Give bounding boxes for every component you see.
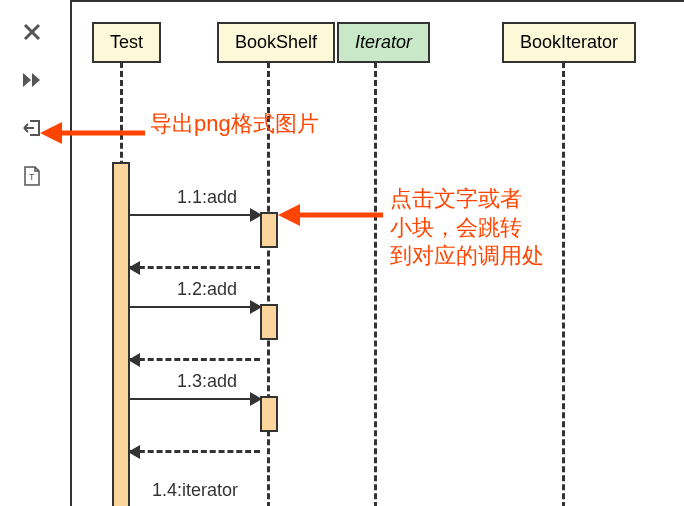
- lifeline-iterator-header[interactable]: Iterator: [337, 22, 430, 63]
- message-label-1-4[interactable]: 1.4:iterator: [152, 480, 238, 501]
- text-file-icon: T: [23, 166, 41, 186]
- fastforward-icon: [22, 72, 42, 88]
- svg-marker-2: [40, 122, 62, 144]
- message-label-1-2[interactable]: 1.2:add: [177, 279, 237, 300]
- fastforward-button[interactable]: [20, 68, 44, 92]
- annotation-arrow-click: [278, 200, 388, 230]
- return-arrow-1-2[interactable]: [130, 358, 260, 361]
- activation-bookshelf-3[interactable]: [260, 396, 278, 432]
- lifeline-label: BookIterator: [520, 32, 618, 52]
- svg-marker-4: [278, 204, 300, 226]
- annotation-arrow-export: [40, 118, 150, 148]
- return-arrow-1-3[interactable]: [130, 450, 260, 453]
- lifeline-label: BookShelf: [235, 32, 317, 52]
- lifeline-label: Test: [110, 32, 143, 52]
- lifeline-bookshelf-header[interactable]: BookShelf: [217, 22, 335, 63]
- lifeline-bookiterator-header[interactable]: BookIterator: [502, 22, 636, 63]
- message-arrow-1-1[interactable]: [130, 214, 260, 216]
- message-label-1-3[interactable]: 1.3:add: [177, 371, 237, 392]
- activation-bookshelf-2[interactable]: [260, 304, 278, 340]
- return-arrow-1-1[interactable]: [130, 266, 260, 269]
- message-label-1-1[interactable]: 1.1:add: [177, 187, 237, 208]
- export-icon: [22, 118, 42, 138]
- close-icon: [22, 22, 42, 42]
- activation-bookshelf-1[interactable]: [260, 212, 278, 248]
- annotation-export-png: 导出png格式图片: [150, 110, 319, 139]
- lifeline-label: Iterator: [355, 32, 412, 52]
- svg-text:T: T: [29, 172, 35, 182]
- lifeline-iterator: [374, 62, 377, 506]
- close-button[interactable]: [20, 20, 44, 44]
- lifeline-test-header[interactable]: Test: [92, 22, 161, 63]
- toolbar: T: [0, 0, 60, 188]
- message-arrow-1-3[interactable]: [130, 398, 260, 400]
- annotation-click-jump: 点击文字或者 小块，会跳转 到对应的调用处: [390, 185, 544, 271]
- message-arrow-1-2[interactable]: [130, 306, 260, 308]
- text-button[interactable]: T: [20, 164, 44, 188]
- sequence-diagram: Test BookShelf Iterator BookIterator 1.1…: [70, 0, 684, 506]
- lifeline-bookiterator: [562, 62, 565, 506]
